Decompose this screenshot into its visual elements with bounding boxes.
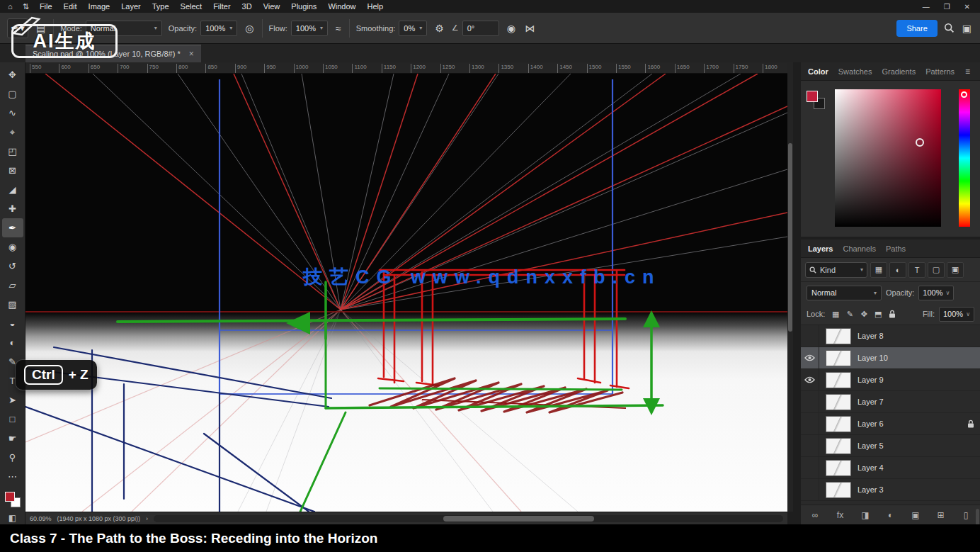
tab-paths[interactable]: Paths [886,244,906,253]
gear-icon[interactable]: ⚙ [433,23,445,34]
foreground-color-swatch[interactable] [807,91,818,102]
layer-opacity-field[interactable]: 100% ∨ [918,286,954,300]
menu-image[interactable]: Image [83,2,116,11]
menu-select[interactable]: Select [175,2,208,11]
color-picker-ring[interactable] [916,138,924,147]
clone-stamp-tool[interactable]: ◉ [2,237,23,257]
tab-close-icon[interactable]: × [189,49,194,59]
layer-thumbnail[interactable] [826,460,851,476]
brush-tool[interactable]: ✒ [2,218,23,237]
layer-thumbnail[interactable] [826,328,851,344]
lock-artboard-icon[interactable]: ⬒ [872,308,884,320]
symmetry-icon[interactable]: ⋈ [523,23,536,34]
layer-thumbnail[interactable] [826,394,851,410]
menu-window[interactable]: Window [322,2,361,11]
visibility-toggle[interactable] [801,325,819,347]
share-button[interactable]: Share [896,20,937,37]
restore-icon[interactable]: ❐ [944,3,950,11]
move-tool[interactable]: ✥ [2,65,23,84]
menu-help[interactable]: Help [362,2,389,11]
layer-thumbnail[interactable] [826,482,851,498]
blur-tool[interactable]: ◒ [2,314,23,333]
layer-row[interactable]: Layer 4 [801,457,980,479]
menu-filter[interactable]: Filter [207,2,236,11]
visibility-toggle[interactable] [801,391,819,412]
blend-mode-select[interactable]: Normal ▾ [807,286,882,300]
close-icon[interactable]: ✕ [964,3,970,11]
visibility-toggle[interactable] [801,435,819,456]
delete-layer-icon[interactable]: ▯ [960,510,972,520]
opacity-field[interactable]: 100% ▾ [200,21,237,36]
menu-type[interactable]: Type [147,2,175,11]
search-icon[interactable] [944,23,955,33]
layer-row[interactable]: Layer 10 [801,347,980,369]
layer-row[interactable]: Layer 8 [801,325,980,347]
shape-tool[interactable]: □ [2,410,23,429]
angle-field[interactable]: 0° [462,21,499,36]
lock-position-icon[interactable]: ✥ [858,308,870,320]
color-swatch-pair[interactable] [807,91,825,109]
layer-fill-field[interactable]: 100% ∨ [939,307,974,322]
crop-tool[interactable]: ◰ [2,142,23,161]
arrange-icon[interactable]: ⇅ [18,2,34,11]
layer-row[interactable]: Layer 6 [801,413,980,435]
eyedropper-tool[interactable]: ◢ [2,180,23,199]
tab-channels[interactable]: Channels [843,244,875,253]
visibility-toggle[interactable] [801,457,819,478]
layer-thumbnail[interactable] [826,350,851,366]
layer-group-icon[interactable]: ▣ [910,510,921,520]
menu-edit[interactable]: Edit [58,2,83,11]
lock-transparent-pixels-icon[interactable]: ▦ [829,308,842,320]
visibility-toggle[interactable] [801,347,819,368]
tab-color[interactable]: Color [808,67,828,76]
shape-layer-filter-icon[interactable]: ▢ [928,262,945,278]
new-layer-icon[interactable]: ⊞ [935,510,947,520]
marquee-tool[interactable]: ▢ [2,84,23,103]
path-selection-tool[interactable]: ➤ [2,390,23,410]
hue-picker-ring[interactable] [961,91,967,98]
workspace-switcher-icon[interactable]: ▣ [961,23,973,34]
vertical-scrollbar-thumb[interactable] [788,143,792,332]
layer-thumbnail[interactable] [826,372,851,388]
zoom-tool[interactable]: ⚲ [2,448,23,467]
saturation-brightness-picker[interactable] [835,89,941,227]
foreground-background-swatches[interactable] [5,492,21,507]
layer-filter-select[interactable]: Kind ▾ [805,262,867,278]
minimize-icon[interactable]: — [923,3,930,11]
layer-thumbnail[interactable] [826,416,851,432]
lock-image-pixels-icon[interactable]: ✎ [843,308,856,320]
more-tools[interactable]: ⋯ [2,467,23,486]
layer-thumbnail[interactable] [826,438,851,454]
frame-tool[interactable]: ⊠ [2,161,23,180]
menu-view[interactable]: View [258,2,286,11]
visibility-toggle[interactable] [801,413,819,434]
home-icon[interactable]: ⌂ [3,2,18,11]
adjustment-layer-icon[interactable]: ◐ [885,510,896,520]
pressure-size-icon[interactable]: ◉ [506,23,517,34]
tab-layers[interactable]: Layers [808,244,833,253]
eraser-tool[interactable]: ▱ [2,276,23,295]
tab-patterns[interactable]: Patterns [925,67,955,76]
layer-row[interactable]: Layer 5 [801,435,980,457]
object-selection-tool[interactable]: ⌖ [2,123,23,142]
type-layer-filter-icon[interactable]: T [908,262,925,278]
airbrush-icon[interactable]: ≈ [334,23,343,34]
panel-menu-icon[interactable]: ≡ [965,67,976,77]
layer-mask-icon[interactable]: ◨ [860,510,871,520]
gradient-tool[interactable]: ▨ [2,295,23,314]
pixel-layer-filter-icon[interactable]: ▦ [870,262,887,278]
history-brush-tool[interactable]: ↺ [2,257,23,276]
healing-brush-tool[interactable]: ✚ [2,199,23,218]
pressure-opacity-icon[interactable]: ◎ [244,23,255,34]
dodge-tool[interactable]: ◐ [2,333,23,352]
layer-row[interactable]: Layer 3 [801,479,980,501]
adjustment-layer-filter-icon[interactable]: ◐ [889,262,906,278]
link-layers-icon[interactable]: ∞ [809,510,821,520]
layer-row[interactable]: Layer 7 [801,391,980,413]
tab-swatches[interactable]: Swatches [838,67,872,76]
visibility-toggle[interactable] [801,369,819,390]
layer-effects-icon[interactable]: fx [835,510,846,520]
flow-field[interactable]: 100% ▾ [291,21,328,36]
horizontal-scrollbar[interactable] [154,515,783,522]
visibility-toggle[interactable] [801,479,819,500]
